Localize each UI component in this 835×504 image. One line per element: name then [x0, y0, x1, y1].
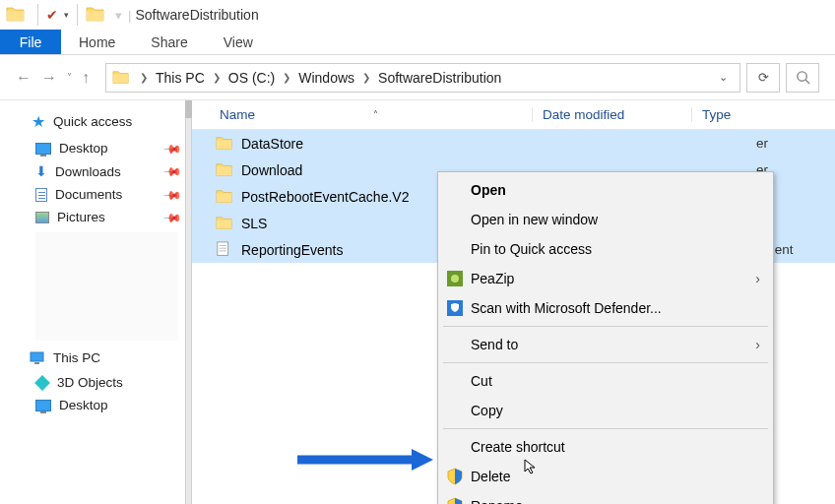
column-headers: Name˄ Date modified Type [192, 100, 835, 130]
sidebar-item-pictures[interactable]: Pictures📌 [14, 206, 192, 228]
menu-label: Open in new window [471, 212, 598, 227]
svg-line-5 [805, 80, 809, 84]
menu-label: Delete [471, 469, 510, 484]
menu-defender[interactable]: Scan with Microsoft Defender... [441, 293, 770, 323]
pin-icon: 📌 [162, 161, 183, 182]
breadcrumb-sep[interactable]: ❯ [213, 72, 221, 83]
sidebar-item-3dobjects[interactable]: 3D Objects [14, 371, 192, 394]
ribbon-tabs: File Home Share View [0, 30, 835, 55]
qat-check-icon[interactable]: ✔ [46, 7, 58, 23]
sidebar-resize-handle[interactable] [185, 100, 192, 504]
menu-peazip[interactable]: PeaZip› [441, 264, 770, 293]
breadcrumb-sep[interactable]: ❯ [140, 72, 148, 83]
titlebar-divider: | [128, 8, 131, 23]
menu-separator [443, 362, 768, 363]
breadcrumb-0[interactable]: This PC [156, 70, 205, 86]
defender-icon [446, 299, 464, 317]
menu-label: Send to [471, 337, 518, 352]
sidebar-quick-access[interactable]: ★Quick access [14, 106, 192, 137]
quick-access-toolbar: ✔ ▾ [37, 4, 78, 26]
column-name[interactable]: Name˄ [192, 107, 532, 122]
column-type[interactable]: Type [691, 107, 835, 122]
menu-cut[interactable]: Cut [441, 366, 770, 396]
file-tab[interactable]: File [0, 30, 61, 54]
folder-icon [216, 188, 233, 206]
breadcrumb-2[interactable]: Windows [298, 70, 354, 86]
titlebar-app-icon [86, 5, 105, 25]
picture-icon [35, 212, 49, 223]
tab-view[interactable]: View [206, 30, 271, 54]
sidebar-item-label: Downloads [55, 164, 121, 179]
svg-rect-6 [31, 352, 43, 361]
sort-asc-icon: ˄ [373, 109, 378, 120]
folder-icon [216, 135, 233, 153]
file-type: er [746, 136, 835, 151]
svg-rect-7 [34, 362, 39, 364]
tab-share[interactable]: Share [133, 30, 205, 54]
menu-pin-quick-access[interactable]: Pin to Quick access [441, 234, 770, 264]
pin-icon: 📌 [162, 207, 183, 227]
file-row[interactable]: DataStoreer [192, 130, 835, 157]
sidebar-item-desktop[interactable]: Desktop📌 [14, 137, 192, 159]
document-icon [35, 188, 47, 202]
svg-point-4 [797, 72, 805, 81]
sidebar-item-label: 3D Objects [57, 375, 123, 390]
breadcrumb-1[interactable]: OS (C:) [228, 70, 275, 86]
context-menu: Open Open in new window Pin to Quick acc… [437, 171, 774, 504]
menu-separator [443, 428, 768, 429]
sidebar-quick-label: Quick access [53, 114, 132, 129]
window-title: SoftwareDistribution [135, 7, 258, 23]
folder-icon [216, 161, 233, 179]
sidebar-this-pc[interactable]: This PC [14, 345, 192, 371]
breadcrumb-sep[interactable]: ❯ [362, 72, 370, 83]
breadcrumb-sep[interactable]: ❯ [283, 72, 290, 83]
titlebar: ✔ ▾ ▾ | SoftwareDistribution [0, 0, 835, 30]
submenu-arrow-icon: › [755, 271, 760, 286]
menu-label: Create shortcut [471, 439, 565, 455]
menu-separator [443, 326, 768, 327]
tab-home[interactable]: Home [61, 30, 133, 54]
forward-button[interactable]: → [41, 69, 57, 87]
sidebar-scrollbar-thumb[interactable] [185, 100, 192, 118]
sidebar-item-label: Documents [55, 187, 122, 202]
svg-marker-12 [412, 449, 433, 471]
sidebar-item-downloads[interactable]: ⬇Downloads📌 [14, 159, 192, 183]
menu-label: Copy [471, 403, 503, 418]
column-name-label: Name [220, 107, 255, 122]
monitor-icon [35, 143, 51, 155]
menu-delete[interactable]: Delete [441, 462, 770, 491]
address-dropdown-icon[interactable]: ⌄ [713, 71, 734, 84]
star-icon: ★ [32, 112, 45, 131]
menu-send-to[interactable]: Send to› [441, 330, 770, 359]
menu-copy[interactable]: Copy [441, 396, 770, 425]
pc-icon [30, 351, 45, 365]
address-bar[interactable]: ❯ This PC ❯ OS (C:) ❯ Windows ❯ Software… [105, 63, 740, 93]
menu-open[interactable]: Open [441, 175, 770, 205]
folder-icon [216, 215, 233, 232]
breadcrumb-3[interactable]: SoftwareDistribution [378, 70, 501, 86]
menu-open-new-window[interactable]: Open in new window [441, 205, 770, 234]
navigation-bar: ← → ˅ ↑ ❯ This PC ❯ OS (C:) ❯ Windows ❯ … [0, 55, 835, 100]
menu-label: PeaZip [471, 271, 514, 286]
qat-dropdown-icon[interactable]: ▾ [64, 10, 69, 20]
up-button[interactable]: ↑ [82, 69, 90, 87]
peazip-icon [446, 270, 464, 287]
search-button[interactable] [786, 63, 819, 93]
address-folder-icon [112, 69, 130, 87]
recent-dropdown-icon[interactable]: ˅ [67, 72, 72, 83]
monitor-icon [35, 400, 51, 411]
titlebar-folder-icon [6, 5, 26, 25]
sidebar-item-label: Desktop [59, 141, 108, 156]
svg-point-9 [451, 275, 459, 283]
sidebar-item-documents[interactable]: Documents📌 [14, 183, 192, 206]
menu-rename[interactable]: Rename [441, 491, 770, 504]
refresh-button[interactable]: ⟳ [746, 63, 780, 93]
pin-icon: 📌 [162, 184, 183, 205]
menu-create-shortcut[interactable]: Create shortcut [441, 432, 770, 462]
submenu-arrow-icon: › [755, 337, 760, 352]
sidebar-item-desktop2[interactable]: Desktop [14, 394, 192, 416]
back-button[interactable]: ← [16, 69, 32, 87]
download-icon: ⬇ [35, 163, 47, 179]
column-date[interactable]: Date modified [532, 107, 691, 122]
sidebar-blank-area [35, 232, 178, 341]
